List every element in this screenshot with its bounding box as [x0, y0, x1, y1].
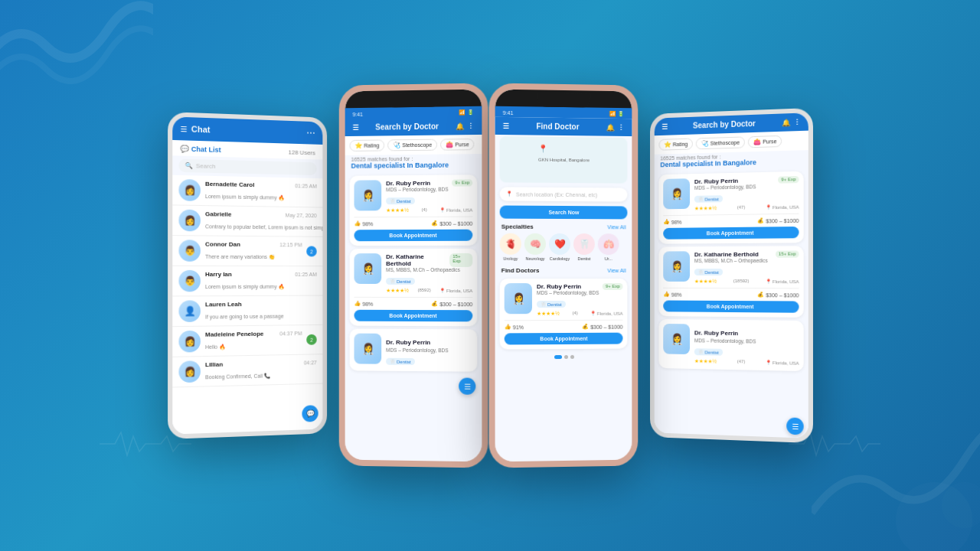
- chat-item-bernadette[interactable]: 👩 Bernadette Carol 01:25 AM Lorem ipsum …: [172, 175, 322, 208]
- filter-rating[interactable]: ⭐ Rating: [658, 139, 693, 151]
- doctor-spec: MDS – Periodontology, BDS: [694, 337, 799, 344]
- doctor-photo: 👩‍⚕️: [663, 178, 690, 209]
- dentist-icon: 🦷: [697, 197, 703, 202]
- specialty-dentist[interactable]: 🦷 Dentist: [573, 233, 594, 261]
- phone-search-left: 9:41 📶 🔋 ☰ Search by Doctor 🔔 ⋮ ⭐ Rating: [338, 83, 488, 468]
- avatar-connor: 👨: [178, 240, 200, 262]
- filter-stethoscope[interactable]: 🩺 Stethoscope: [387, 139, 437, 152]
- find-screen: ☰ Find Doctor 🔔 ⋮ 📍 GKN Hospital, Bangal…: [495, 117, 632, 468]
- filter-purse[interactable]: 👛 Purse: [748, 135, 782, 148]
- doctor-photo: 👩‍⚕️: [354, 334, 381, 364]
- book-btn[interactable]: Book Appointment: [354, 230, 472, 242]
- contact-name: Harry Ian: [204, 270, 231, 277]
- doctor-spec: MS, MBBS, M.Ch – Orthopaedics: [386, 267, 472, 272]
- chat-list-title: 💬 Chat List: [180, 145, 220, 154]
- specialty-label: Urology: [503, 256, 518, 261]
- more-icon[interactable]: ⋮: [617, 123, 624, 131]
- message-preview: Booking Confirmed, Call 📞: [204, 373, 270, 380]
- avatar-harry: 👨: [178, 270, 200, 292]
- specialty-icon: 🦷: [573, 233, 594, 255]
- more-icon[interactable]: ⋮: [467, 122, 474, 129]
- card-top: 👩‍⚕️ Dr. Ruby Perrin 9+ Exp MDS – Period…: [504, 283, 622, 317]
- filter-label: Stethoscope: [402, 142, 432, 148]
- notification-icon[interactable]: 🔔: [456, 122, 464, 130]
- chat-header-left: ☰ Chat: [180, 124, 210, 134]
- star-icon: ⭐: [664, 141, 671, 148]
- pagination-dots: [495, 351, 632, 362]
- filter-stethoscope[interactable]: 🩺 Stethoscope: [696, 136, 745, 149]
- name-row: Lauren Leah: [204, 300, 316, 308]
- location: 📍 Florida, USA: [439, 207, 472, 214]
- book-btn-r1[interactable]: Book Appointment: [663, 300, 799, 312]
- hamburger-icon[interactable]: ☰: [180, 124, 187, 132]
- dentist-badge: 🦷 Dentist: [694, 269, 722, 276]
- view-all-doctors[interactable]: View All: [607, 268, 626, 273]
- name-row: Connor Dan 12:15 PM: [204, 240, 301, 248]
- specialty-label: Cardiology: [549, 256, 569, 261]
- menu-icon[interactable]: ☰: [662, 122, 668, 130]
- specialty-neurology[interactable]: 🧠 Neurology: [524, 233, 545, 261]
- menu-icon[interactable]: ☰: [352, 123, 358, 131]
- card-bottom: 👍 91% 💰 $300 – $1000: [504, 320, 622, 331]
- notification-icon[interactable]: 🔔: [782, 119, 790, 127]
- specialty-other[interactable]: 🫁 Ur...: [597, 233, 619, 261]
- reviews: (4): [421, 207, 426, 214]
- card-bottom: 👍 98% 💰 $300 – $1000: [354, 217, 472, 227]
- notch-area: 9:41 📶 🔋: [345, 90, 482, 119]
- star-rating: ★★★★½: [694, 279, 716, 285]
- name-row: Gabrielle May 27, 2020: [204, 210, 316, 219]
- notification-icon[interactable]: 🔔: [606, 123, 614, 131]
- avatar-lillian: 👩: [178, 360, 200, 383]
- fab-button[interactable]: ☰: [786, 417, 803, 435]
- chat-fab-icon[interactable]: 💬: [302, 405, 318, 422]
- star-rating: ★★★★½: [694, 205, 716, 211]
- notch-area: 9:41 📶 🔋: [495, 90, 632, 119]
- chat-item-harry[interactable]: 👨 Harry Ian 01:25 AM Lorem ipsum is simp…: [172, 266, 322, 297]
- chat-item-connor[interactable]: 👨 Connor Dan 12:15 PM There are many var…: [172, 236, 322, 266]
- search-right-screen: ☰ Search by Doctor 🔔 ⋮ ⭐ Rating 🩺 Stetho…: [654, 112, 808, 439]
- filter-bar: ⭐ Rating 🩺 Stethoscope 👛 Purse: [345, 135, 482, 155]
- book-btn[interactable]: Book Appointment: [354, 310, 472, 322]
- book-btn-r0[interactable]: Book Appointment: [663, 227, 799, 240]
- chat-item-lauren[interactable]: 👤 Lauren Leah If you are going to use a …: [172, 296, 322, 328]
- filter-rating[interactable]: ⭐ Rating: [349, 139, 384, 151]
- card-top: 👩‍⚕️ Dr. Ruby Perrin 9+ Exp MDS – Period…: [354, 179, 472, 214]
- chat-item-lillian[interactable]: 👩 Lillian 04:27 Booking Confirmed, Call …: [172, 354, 322, 387]
- chat-item-gabrielle[interactable]: 👩 Gabrielle May 27, 2020 Contrary to pop…: [172, 205, 322, 236]
- specialty-cardiology[interactable]: ❤️ Cardiology: [549, 233, 570, 261]
- exp-badge: 9+ Exp: [452, 179, 472, 186]
- specialty-urology[interactable]: 🫀 Urology: [499, 233, 521, 261]
- book-appointment-btn[interactable]: Book Appointment: [504, 333, 622, 345]
- more-icon[interactable]: ⋮: [793, 118, 800, 126]
- star-icon: ⭐: [354, 142, 362, 149]
- unread-badge: 2: [306, 246, 316, 257]
- header-actions: 🔔 ⋮: [782, 118, 800, 126]
- doctor-list: 👩‍⚕️ Dr. Ruby Perrin 9+ Exp MDS – Period…: [345, 171, 482, 468]
- stethoscope-icon: 🩺: [701, 140, 708, 147]
- users-count: 128 Users: [288, 148, 315, 156]
- card-top: 👩‍⚕️ Dr. Ruby Perrin MDS – Periodontolog…: [663, 324, 799, 367]
- view-all-specialties[interactable]: View All: [607, 224, 626, 230]
- doctor-details: Dr. Ruby Perrin 9+ Exp MDS – Periodontol…: [694, 176, 799, 212]
- chat-search-bar[interactable]: 🔍 Search: [178, 159, 316, 175]
- doctor-details: Dr. Ruby Perrin MDS – Periodontology, BD…: [694, 324, 799, 366]
- filter-purse[interactable]: 👛 Purse: [440, 139, 475, 151]
- like-pct: 👍 98%: [354, 301, 373, 307]
- dentist-badge: 🦷 Dentist: [536, 301, 565, 308]
- chat-more-icon[interactable]: ⋯: [306, 128, 315, 139]
- doctor-card-2: 👩‍⚕️ Dr. Ruby Perrin MDS – Periodontolog…: [349, 329, 477, 372]
- map-pin-icon: 📍: [538, 145, 547, 153]
- location: 📍 Florida, USA: [439, 288, 472, 294]
- avatar-lauren: 👤: [178, 300, 200, 322]
- chat-item-madeleine[interactable]: 👩 Madeleine Penelope 04:37 PM Hello 🔥 2: [172, 325, 322, 357]
- location-search[interactable]: 📍 Search location (Ex: Chennai, etc): [499, 187, 627, 201]
- fab-button[interactable]: ☰: [459, 378, 475, 395]
- specialties-header: Specialties View All: [495, 220, 632, 233]
- reviews: (47): [737, 359, 745, 365]
- search-now-button[interactable]: Search Now: [499, 206, 627, 220]
- card-bottom: 👍 98% 💰 $300 – $1000: [663, 288, 799, 298]
- star-rating: ★★★★½: [694, 358, 716, 365]
- dentist-badge: 🦷 Dentist: [694, 348, 722, 356]
- doctor-name: Dr. Ruby Perrin: [386, 180, 430, 187]
- menu-icon[interactable]: ☰: [502, 122, 508, 129]
